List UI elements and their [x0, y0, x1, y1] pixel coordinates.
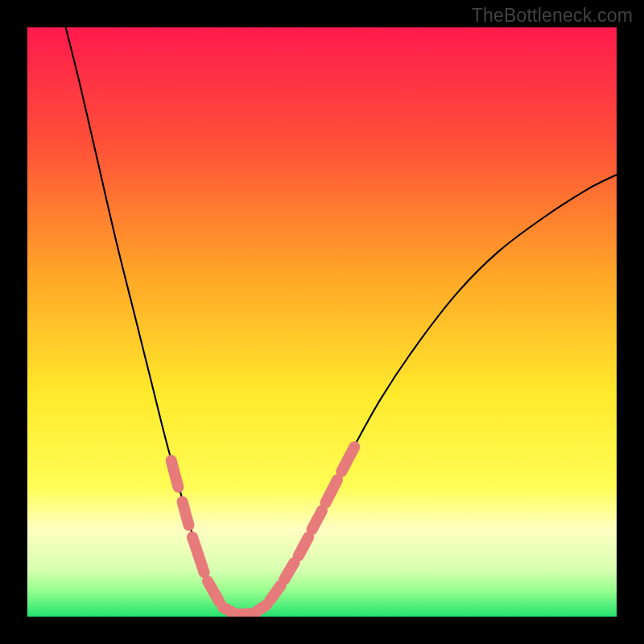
plot-background: [27, 27, 617, 617]
chart-stage: TheBottleneck.com: [0, 0, 644, 644]
highlight-segment: [256, 605, 266, 612]
highlight-segment: [239, 613, 252, 614]
chart-svg: [0, 0, 644, 644]
watermark-text: TheBottleneck.com: [472, 5, 633, 27]
highlight-segment: [183, 502, 189, 525]
highlight-segment: [171, 460, 179, 487]
highlight-segment: [223, 607, 235, 613]
